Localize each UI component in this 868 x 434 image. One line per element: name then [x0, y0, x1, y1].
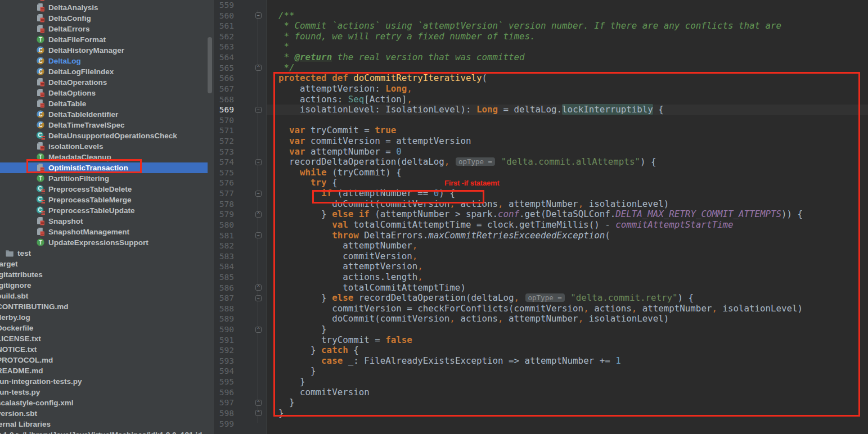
code-line-571[interactable]: var tryCommit = true	[268, 125, 396, 136]
line-number[interactable]: 575	[215, 168, 234, 178]
line-number[interactable]: 576	[215, 178, 234, 188]
code-line-594[interactable]: }	[268, 366, 316, 377]
tree-item-deltatimetravelspec[interactable]: CDeltaTimeTravelSpec	[0, 120, 214, 130]
tree-item-isolationlevels[interactable]: isolationLevels	[0, 141, 214, 152]
line-number[interactable]: 560	[215, 11, 234, 21]
line-number[interactable]: 598	[215, 408, 234, 419]
code-line-563[interactable]: *	[268, 42, 289, 52]
fold-end-marker[interactable]: ^	[255, 65, 262, 71]
tree-item-deltaoperations[interactable]: DeltaOperations	[0, 77, 214, 88]
line-number[interactable]: 561	[215, 21, 234, 31]
line-number[interactable]: 582	[215, 241, 234, 251]
tree-item-deltatableidentifier[interactable]: CDeltaTableIdentifier	[0, 109, 214, 120]
line-number[interactable]: 571	[215, 125, 234, 136]
line-number[interactable]: 596	[215, 387, 234, 398]
code-line-586[interactable]: totalCommitAttemptTime)	[268, 283, 466, 293]
line-number[interactable]: 574	[215, 157, 234, 168]
line-number[interactable]: 595	[215, 377, 234, 387]
tree-item-snapshot[interactable]: Snapshot	[0, 216, 214, 227]
tree-item-gitignore[interactable]: .gitignore	[0, 280, 214, 291]
tree-item-preprocesstableupdate[interactable]: CPreprocessTableUpdate	[0, 205, 214, 216]
line-number[interactable]: 570	[215, 115, 234, 126]
tree-item-deltaanalysis[interactable]: DeltaAnalysis	[0, 2, 214, 13]
code-line-591[interactable]: tryCommit = false	[268, 335, 412, 346]
tree-item-deltaoptions[interactable]: DeltaOptions	[0, 88, 214, 98]
line-number[interactable]: 583	[215, 251, 234, 262]
code-line-588[interactable]: commitVersion = checkForConflicts(commit…	[268, 304, 803, 314]
tree-item-deltalog[interactable]: CDeltaLog	[0, 56, 214, 66]
tree-item-scalastyle-config-xml[interactable]: scalastyle-config.xml	[0, 397, 214, 408]
fold-collapse-marker[interactable]: −	[255, 107, 262, 113]
code-line-578[interactable]: doCommit(commitVersion, actions, attempt…	[268, 199, 669, 210]
code-line-592[interactable]: } catch {	[268, 345, 359, 356]
tree-item-license-txt[interactable]: LICENSE.txt	[0, 333, 214, 344]
tree-item-deltahistorymanager[interactable]: CDeltaHistoryManager	[0, 45, 214, 56]
line-number[interactable]: 577	[215, 188, 234, 199]
line-number[interactable]: 563	[215, 42, 234, 52]
tree-item-target[interactable]: target	[0, 259, 214, 269]
code-line-582[interactable]: attemptNumber,	[268, 241, 417, 251]
line-number[interactable]: 567	[215, 84, 234, 94]
tree-item-deltatable[interactable]: DeltaTable	[0, 98, 214, 109]
line-number[interactable]: 559	[215, 0, 234, 11]
fold-end-marker[interactable]: ^	[255, 400, 262, 406]
code-line-572[interactable]: var commitVersion = attemptVersion	[268, 136, 471, 147]
tree-item-preprocesstablemerge[interactable]: CPreprocessTableMerge	[0, 195, 214, 205]
code-line-573[interactable]: var attemptNumber = 0	[268, 147, 402, 157]
tree-item-partitionfiltering[interactable]: TPartitionFiltering	[0, 173, 214, 184]
tree-item-version-sbt[interactable]: version.sbt	[0, 408, 214, 419]
code-line-562[interactable]: * found, we will retry a fixed number of…	[268, 31, 536, 42]
tree-item-deltafileformat[interactable]: TDeltaFileFormat	[0, 34, 214, 45]
tree-scrollbar-thumb[interactable]	[208, 37, 212, 93]
code-line-590[interactable]: }	[268, 324, 327, 335]
code-line-589[interactable]: doCommit(commitVersion, actions, attempt…	[268, 314, 669, 324]
line-number[interactable]: 568	[215, 94, 234, 105]
line-number[interactable]: 599	[215, 419, 234, 430]
line-number[interactable]: 591	[215, 335, 234, 346]
code-line-585[interactable]: actions.length,	[268, 272, 423, 283]
code-line-565[interactable]: */	[268, 63, 295, 74]
tree-item-protocol-md[interactable]: PROTOCOL.md	[0, 355, 214, 365]
code-line-580[interactable]: val totalCommitAttemptTime = clock.getTi…	[268, 220, 733, 230]
code-line-595[interactable]: }	[268, 377, 305, 387]
line-number[interactable]: 564	[215, 52, 234, 63]
code-line-576[interactable]: try {	[268, 178, 338, 188]
code-line-596[interactable]: commitVersion	[268, 387, 370, 398]
tree-item-build-sbt[interactable]: build.sbt	[0, 291, 214, 301]
tree-item-run-integration-tests-py[interactable]: run-integration-tests.py	[0, 376, 214, 387]
tree-item-notice-txt[interactable]: NOTICE.txt	[0, 344, 214, 355]
tree-item-deltaerrors[interactable]: DeltaErrors	[0, 24, 214, 34]
line-number[interactable]: 584	[215, 261, 234, 272]
tree-item-preprocesstabledelete[interactable]: CPreprocessTableDelete	[0, 184, 214, 195]
line-number[interactable]: 597	[215, 397, 234, 408]
tree-item-1-8-library-java-javavirtualmachines-jdk1-8-0-181-jd[interactable]: < 1.8 > /Library/Java/JavaVirtualMachine…	[0, 430, 214, 434]
fold-end-marker[interactable]: ^	[255, 327, 262, 333]
code-line-584[interactable]: attemptVersion,	[268, 261, 423, 272]
tree-item-contributing-md[interactable]: CONTRIBUTING.md	[0, 301, 214, 312]
code-line-581[interactable]: throw DeltaErrors.maxCommitRetriesExceed…	[268, 230, 610, 241]
tree-item-updateexpressionssupport[interactable]: TUpdateExpressionsSupport	[0, 237, 214, 248]
tree-item-dockerfile[interactable]: Dockerfile	[0, 323, 214, 333]
line-number[interactable]: 579	[215, 209, 234, 220]
line-number[interactable]: 589	[215, 314, 234, 324]
line-number[interactable]: 585	[215, 272, 234, 283]
tree-item-deltaconfig[interactable]: DeltaConfig	[0, 13, 214, 24]
fold-collapse-marker[interactable]: −	[255, 159, 262, 165]
fold-collapse-marker[interactable]: −	[255, 295, 262, 301]
line-number[interactable]: 588	[215, 304, 234, 314]
line-number[interactable]: 569	[215, 105, 234, 115]
line-number[interactable]: 573	[215, 147, 234, 157]
tree-item-run-tests-py[interactable]: run-tests.py	[0, 387, 214, 397]
code-line-561[interactable]: * Commit `actions` using `attemptVersion…	[268, 21, 781, 31]
tree-item-deltaunsupportedoperationscheck[interactable]: CDeltaUnsupportedOperationsCheck	[0, 130, 214, 141]
line-number[interactable]: 580	[215, 220, 234, 230]
tree-item-deltalogfileindex[interactable]: CDeltaLogFileIndex	[0, 66, 214, 77]
line-number[interactable]: 586	[215, 283, 234, 293]
fold-end-marker[interactable]: ^	[255, 284, 262, 291]
fold-end-marker[interactable]: ^	[255, 211, 262, 218]
tree-item-snapshotmanagement[interactable]: SnapshotManagement	[0, 227, 214, 237]
line-number[interactable]: 578	[215, 199, 234, 210]
fold-end-marker[interactable]: ^	[255, 410, 262, 416]
line-number[interactable]: 581	[215, 230, 234, 241]
code-line-560[interactable]: /**	[268, 11, 295, 21]
